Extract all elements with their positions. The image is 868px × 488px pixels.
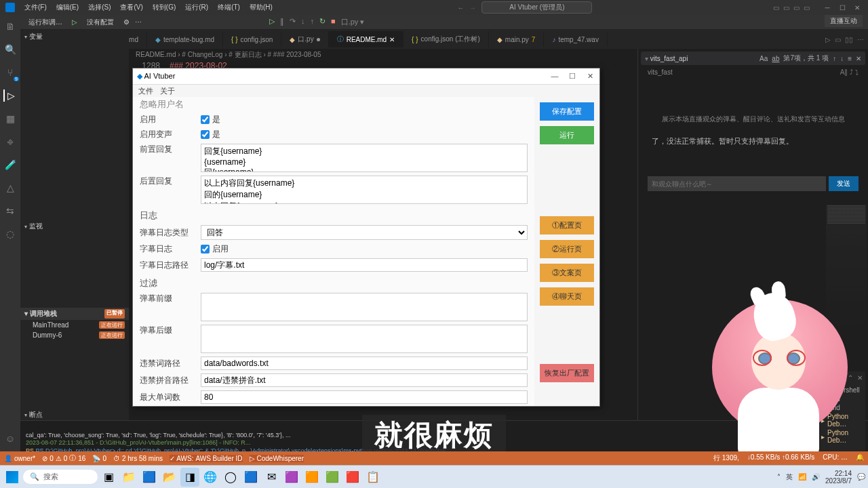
maximize-icon[interactable]: ☐: [838, 4, 846, 12]
app-icon-2[interactable]: 📂: [160, 468, 179, 487]
tab-config[interactable]: { }config.json: [223, 33, 281, 47]
badwords-path-input[interactable]: [201, 357, 528, 370]
layout-icon[interactable]: ▭: [773, 4, 779, 12]
status-owner[interactable]: 👤 owner*: [4, 455, 35, 462]
send-button[interactable]: 发送: [829, 176, 859, 191]
account-icon[interactable]: ☺: [4, 432, 16, 445]
app-icon-6[interactable]: 🟧: [302, 468, 321, 487]
search-nav-icon[interactable]: 🔍: [4, 43, 16, 56]
menu-terminal[interactable]: 终端(T): [214, 1, 244, 14]
tray-lang-icon[interactable]: 英: [786, 472, 793, 482]
nav-back-icon[interactable]: ←: [457, 4, 464, 12]
thread-item[interactable]: MainThread正在运行: [20, 320, 129, 330]
modal-maximize-icon[interactable]: ☐: [567, 72, 578, 81]
live-input[interactable]: [648, 176, 826, 191]
debug-restart-icon[interactable]: ↻: [319, 17, 326, 27]
layout-icon-2[interactable]: ▭: [783, 4, 789, 12]
graph-icon[interactable]: ◌: [4, 228, 16, 240]
config-form[interactable]: 忽略用户名 启用 是 启用变声 是 前置回复 后置回复 日志 弹幕日志类型 回答: [133, 97, 534, 406]
callstack-header[interactable]: 调用堆栈: [30, 310, 57, 317]
prev-match-icon[interactable]: ↑: [833, 55, 836, 62]
taskbar-clock[interactable]: 22:14 2023/8/7: [825, 470, 852, 485]
run-config[interactable]: 没有配置: [83, 17, 118, 28]
app-icon-9[interactable]: 📋: [363, 468, 382, 487]
run-play-icon[interactable]: ▷: [72, 18, 77, 26]
filter-icon[interactable]: ≡: [848, 55, 852, 62]
modal-menu-file[interactable]: 文件: [138, 86, 153, 96]
preview-icon[interactable]: ▭: [835, 36, 841, 43]
edge-icon[interactable]: 🌐: [201, 468, 220, 487]
run-file-icon[interactable]: ▷: [825, 36, 831, 43]
layout-icon-3[interactable]: ▭: [793, 4, 800, 12]
thread-item[interactable]: Dummy-6正在运行: [20, 330, 129, 340]
tab-close-icon[interactable]: ✕: [389, 36, 395, 43]
vars-header[interactable]: 变量: [29, 32, 43, 41]
tray-volume-icon[interactable]: 🔊: [812, 473, 820, 481]
test-icon[interactable]: 🧪: [4, 159, 16, 171]
link-icon[interactable]: ⇆: [4, 205, 16, 217]
tab-config-wt[interactable]: { }config.json (工作树): [403, 31, 489, 47]
nav-copy-button[interactable]: ③文案页: [540, 264, 594, 282]
modal-minimize-icon[interactable]: —: [549, 72, 560, 81]
menu-select[interactable]: 选择(S): [84, 1, 115, 14]
caption-path-input[interactable]: [201, 258, 528, 272]
debug-target[interactable]: 口.py ▾: [341, 17, 365, 27]
status-bell-icon[interactable]: 🔔: [856, 453, 864, 463]
reset-button[interactable]: 恢复出厂配置: [540, 364, 594, 382]
extensions-icon[interactable]: ▦: [4, 113, 16, 125]
app-icon-8[interactable]: 🟥: [343, 468, 362, 487]
app-icon-7[interactable]: 🟩: [323, 468, 342, 487]
match-case-icon[interactable]: Aa: [760, 55, 768, 62]
nav-run-button[interactable]: ②运行页: [540, 240, 594, 258]
status-cw[interactable]: ▷CodeWhisperer: [250, 455, 304, 462]
debug-continue-icon[interactable]: ▷: [269, 17, 275, 27]
close-icon[interactable]: ✕: [853, 4, 861, 12]
caption-log-checkbox[interactable]: [201, 245, 210, 253]
search-close-icon[interactable]: ✕: [856, 55, 861, 62]
vscode-task-icon[interactable]: ◨: [180, 468, 199, 487]
badpinyin-path-input[interactable]: [201, 373, 528, 387]
menu-edit[interactable]: 编辑(E): [52, 1, 83, 14]
tab-wav[interactable]: ♪temp_47.wav: [544, 33, 607, 47]
nav-fwd-icon[interactable]: →: [469, 4, 476, 12]
aws-icon[interactable]: △: [4, 182, 16, 194]
menu-help[interactable]: 帮助(H): [245, 1, 277, 14]
whole-word-icon[interactable]: ab: [772, 55, 779, 62]
modal-menu-about[interactable]: 关于: [160, 86, 175, 96]
task-view-icon[interactable]: ▣: [99, 468, 118, 487]
tray-chevron-icon[interactable]: ˄: [777, 473, 781, 481]
app-icon-5[interactable]: 🟪: [282, 468, 301, 487]
explorer-task-icon[interactable]: 📁: [119, 468, 138, 487]
modal-close-icon[interactable]: ✕: [585, 72, 595, 81]
debug-stepin-icon[interactable]: ↓: [301, 17, 305, 27]
next-match-icon[interactable]: ↓: [840, 55, 844, 62]
watch-header[interactable]: 监视: [29, 222, 43, 231]
max-words-input[interactable]: [201, 390, 528, 404]
pre-reply-input[interactable]: [201, 144, 528, 172]
menu-file[interactable]: 文件(F): [20, 1, 51, 14]
term-close-icon[interactable]: ✕: [857, 374, 863, 384]
run-button[interactable]: 运行: [540, 126, 594, 144]
chevron-down-icon[interactable]: ▾: [645, 55, 648, 62]
split-icon[interactable]: ▯▯: [845, 36, 853, 43]
explorer-icon[interactable]: 🗎: [4, 20, 16, 33]
status-aws[interactable]: ✓ AWS: AWS Builder ID: [170, 455, 243, 462]
minimize-icon[interactable]: ─: [823, 4, 831, 12]
command-center[interactable]: AI Vtuber (管理员): [481, 1, 592, 14]
search-result-sub[interactable]: vits_fast: [648, 68, 673, 76]
more-icon[interactable]: ⋯: [135, 18, 142, 26]
status-line[interactable]: 行 1309,: [713, 453, 739, 463]
breakpoints-header[interactable]: 断点: [29, 410, 43, 420]
debug-stepover-icon[interactable]: ↷: [290, 17, 296, 27]
tray-wifi-icon[interactable]: 📶: [798, 473, 806, 481]
menu-run[interactable]: 运行(R): [181, 1, 212, 14]
danmu-suffix-input[interactable]: [201, 325, 528, 353]
app-icon-4[interactable]: ✉: [262, 468, 281, 487]
menu-view[interactable]: 查看(V): [116, 1, 146, 14]
start-button[interactable]: [3, 468, 22, 487]
gear-icon[interactable]: ⚙: [123, 18, 130, 26]
status-port[interactable]: 📡0: [92, 455, 106, 462]
tab-main[interactable]: ◆main.py7: [489, 33, 545, 47]
app-icon-3[interactable]: 🟦: [241, 468, 260, 487]
nav-chat-button[interactable]: ④聊天页: [540, 287, 594, 306]
